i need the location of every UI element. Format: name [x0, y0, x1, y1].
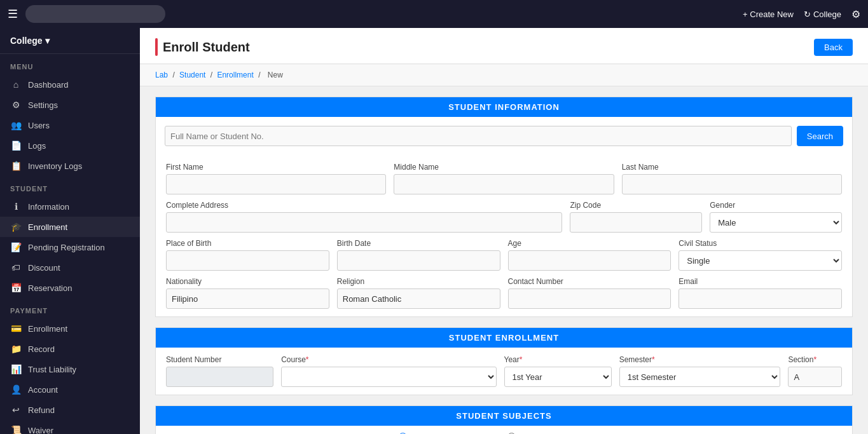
semester-required: * — [652, 355, 655, 364]
place-of-birth-input[interactable] — [166, 250, 329, 271]
student-number-group: Student Number — [166, 355, 273, 387]
sidebar-item-inventory-logs[interactable]: 📋 Inventory Logs — [0, 156, 140, 176]
email-group: Email — [679, 277, 842, 309]
college-button[interactable]: ↻ College — [804, 10, 841, 19]
sidebar-item-settings[interactable]: ⚙ Settings — [0, 95, 140, 115]
semester-select[interactable]: 1st Semester 2nd Semester Summer — [619, 367, 781, 387]
last-name-input[interactable] — [622, 174, 842, 194]
home-icon: ⌂ — [10, 79, 22, 90]
address-row: Complete Address Zip Code Gender Male Fe… — [166, 201, 842, 233]
semester-group: Semester* 1st Semester 2nd Semester Summ… — [619, 355, 781, 387]
sidebar: College ▾ MENU ⌂ Dashboard ⚙ Settings 👥 … — [0, 28, 140, 434]
sidebar-item-reservation[interactable]: 📅 Reservation — [0, 278, 140, 298]
first-name-input[interactable] — [166, 174, 386, 194]
email-label: Email — [679, 277, 842, 286]
first-name-group: First Name — [166, 163, 386, 194]
zip-code-group: Zip Code — [570, 201, 702, 233]
zip-code-label: Zip Code — [570, 201, 702, 210]
middle-name-input[interactable] — [394, 174, 614, 194]
sidebar-college-label: College — [10, 36, 43, 46]
email-input[interactable] — [679, 288, 842, 309]
course-required: * — [306, 355, 309, 364]
content-area: STUDENT INFORMATION Search First Name M — [140, 86, 868, 434]
civil-status-select[interactable]: Single Married Widowed — [679, 250, 842, 271]
sidebar-item-logs[interactable]: 📄 Logs — [0, 135, 140, 156]
zip-code-input[interactable] — [570, 212, 702, 233]
breadcrumb-lab[interactable]: Lab — [155, 71, 168, 79]
address-input[interactable] — [166, 212, 562, 233]
sidebar-college[interactable]: College ▾ — [0, 28, 140, 54]
year-select[interactable]: 1st Year 2nd Year 3rd Year 4th Year — [504, 367, 612, 387]
sidebar-item-label: Enrollment — [28, 222, 67, 232]
middle-name-group: Middle Name — [394, 163, 614, 194]
section-group: Section* — [788, 355, 842, 387]
contact-input[interactable] — [508, 288, 672, 309]
create-new-button[interactable]: + Create New — [743, 10, 794, 19]
year-group: Year* 1st Year 2nd Year 3rd Year 4th Yea… — [504, 355, 612, 387]
civil-status-group: Civil Status Single Married Widowed — [679, 239, 842, 271]
sidebar-item-pending-registration[interactable]: 📝 Pending Registration — [0, 237, 140, 257]
birth-date-group: Birth Date — [337, 239, 500, 271]
record-icon: 📁 — [10, 344, 22, 354]
birth-row: Place of Birth Birth Date Age Civil — [166, 239, 842, 271]
student-number-input[interactable] — [166, 367, 273, 387]
year-label: Year* — [504, 355, 612, 364]
sidebar-item-information[interactable]: ℹ Information — [0, 196, 140, 217]
breadcrumb-enrollment[interactable]: Enrollment — [217, 71, 253, 79]
gear-icon[interactable]: ⚙ — [851, 8, 860, 20]
users-icon: 👥 — [10, 120, 22, 130]
sidebar-item-users[interactable]: 👥 Users — [0, 115, 140, 135]
religion-input[interactable] — [337, 288, 500, 309]
sidebar-item-enrollment[interactable]: 🎓 Enrollment — [0, 217, 140, 237]
sidebar-item-label: Account — [28, 385, 58, 395]
breadcrumb: Lab / Student / Enrollment / New — [140, 64, 868, 86]
birth-date-input[interactable] — [337, 250, 500, 271]
last-name-group: Last Name — [622, 163, 842, 194]
last-name-label: Last Name — [622, 163, 842, 172]
student-search-input[interactable] — [165, 126, 792, 146]
course-select[interactable] — [281, 367, 496, 387]
back-button[interactable]: Back — [814, 39, 853, 56]
info-icon: ℹ — [10, 201, 22, 212]
search-row: Search — [156, 117, 852, 155]
sidebar-item-dashboard[interactable]: ⌂ Dashboard — [0, 74, 140, 95]
address-group: Complete Address — [166, 201, 562, 233]
sidebar-item-payment-enrollment[interactable]: 💳 Enrollment — [0, 318, 140, 339]
sidebar-item-record[interactable]: 📁 Record — [0, 339, 140, 359]
sidebar-item-waiver[interactable]: 📜 Waiver — [0, 420, 140, 434]
student-section-title: STUDENT — [0, 176, 140, 196]
payment-section-title: PAYMENT — [0, 298, 140, 318]
reservation-icon: 📅 — [10, 283, 22, 293]
sidebar-item-label: Inventory Logs — [28, 161, 82, 171]
sidebar-item-trust-liability[interactable]: 📊 Trust Liability — [0, 359, 140, 379]
sidebar-item-label: Users — [28, 121, 50, 130]
address-label: Complete Address — [166, 201, 562, 210]
name-row: First Name Middle Name Last Name — [166, 163, 842, 194]
refresh-icon: ↻ — [804, 10, 811, 19]
topnav-search-input[interactable] — [25, 5, 165, 23]
enrollment-panel: STUDENT ENROLLMENT Student Number Course… — [155, 327, 853, 395]
religion-label: Religion — [337, 277, 500, 286]
sidebar-item-discount[interactable]: 🏷 Discount — [0, 257, 140, 278]
sidebar-item-refund[interactable]: ↩ Refund — [0, 400, 140, 420]
sidebar-item-account[interactable]: 👤 Account — [0, 379, 140, 400]
nationality-input[interactable] — [166, 288, 329, 309]
age-input[interactable] — [508, 250, 672, 271]
course-group: Course* — [281, 355, 496, 387]
sidebar-item-label: Settings — [28, 100, 58, 110]
nationality-label: Nationality — [166, 277, 329, 286]
gender-select[interactable]: Male Female — [710, 212, 842, 233]
breadcrumb-sep1: / — [172, 71, 177, 79]
semester-label: Semester* — [619, 355, 781, 364]
breadcrumb-sep3: / — [258, 71, 263, 79]
nationality-row: Nationality Religion Contact Number — [166, 277, 842, 309]
student-form-grid: First Name Middle Name Last Name — [156, 155, 852, 316]
search-button[interactable]: Search — [797, 126, 843, 146]
section-input[interactable] — [788, 367, 842, 387]
section-required: * — [813, 355, 816, 364]
hamburger-icon[interactable]: ☰ — [8, 7, 18, 21]
sidebar-item-label: Refund — [28, 405, 55, 415]
sidebar-item-label: Pending Registration — [28, 243, 105, 252]
breadcrumb-student[interactable]: Student — [179, 71, 205, 79]
sidebar-item-label: Reservation — [28, 283, 72, 293]
